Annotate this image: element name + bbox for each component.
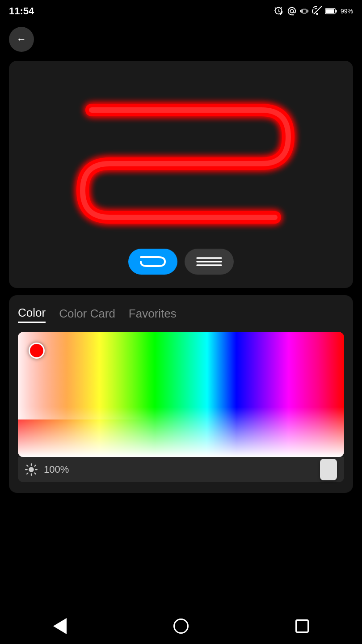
wifi-off-icon xyxy=(312,6,322,16)
battery-icon xyxy=(325,7,337,15)
brightness-row: 100% xyxy=(18,457,344,482)
pattern-btn-1[interactable] xyxy=(128,249,177,275)
nav-recents-icon xyxy=(295,619,309,633)
color-panel: Color Color Card Favorites 100% xyxy=(9,295,353,493)
color-picker-area[interactable] xyxy=(18,332,344,457)
pattern-buttons xyxy=(128,249,234,275)
color-tabs: Color Color Card Favorites xyxy=(18,306,344,323)
pattern-2-icon xyxy=(194,254,225,269)
brightness-thumb[interactable] xyxy=(320,459,337,480)
vibrate-icon xyxy=(300,6,308,16)
svg-rect-2 xyxy=(335,10,337,13)
svg-line-14 xyxy=(34,465,35,466)
color-selector-dot[interactable] xyxy=(29,343,45,359)
led-display xyxy=(18,74,344,244)
battery-percent: 99% xyxy=(341,8,353,15)
svg-line-12 xyxy=(34,473,35,474)
nav-home-button[interactable] xyxy=(173,619,189,634)
back-arrow-icon: ← xyxy=(17,34,26,45)
led-preview-card xyxy=(9,61,353,288)
tab-favorites[interactable]: Favorites xyxy=(129,306,177,323)
nav-back-icon xyxy=(53,618,67,634)
back-button[interactable]: ← xyxy=(9,27,34,52)
color-gradient xyxy=(18,332,344,457)
svg-line-11 xyxy=(27,465,28,466)
alarm-icon xyxy=(274,6,283,16)
brightness-value: 100% xyxy=(44,464,187,475)
svg-rect-1 xyxy=(326,9,334,13)
status-time: 11:54 xyxy=(9,5,34,17)
svg-line-13 xyxy=(27,473,28,474)
brightness-icon xyxy=(25,463,38,476)
nav-back-button[interactable] xyxy=(53,618,67,634)
nav-recents-button[interactable] xyxy=(295,619,309,633)
pattern-btn-2[interactable] xyxy=(185,249,234,275)
at-icon xyxy=(287,6,297,16)
nav-bar xyxy=(0,608,362,644)
led-pattern-svg xyxy=(51,83,311,235)
pattern-1-icon xyxy=(137,254,168,269)
svg-point-6 xyxy=(29,467,34,472)
back-button-area: ← xyxy=(0,22,362,56)
tab-color[interactable]: Color xyxy=(18,306,46,323)
status-icons: 99% xyxy=(274,6,353,16)
tab-color-card[interactable]: Color Card xyxy=(59,306,115,323)
nav-home-icon xyxy=(173,619,189,634)
status-bar: 11:54 99% xyxy=(0,0,362,22)
